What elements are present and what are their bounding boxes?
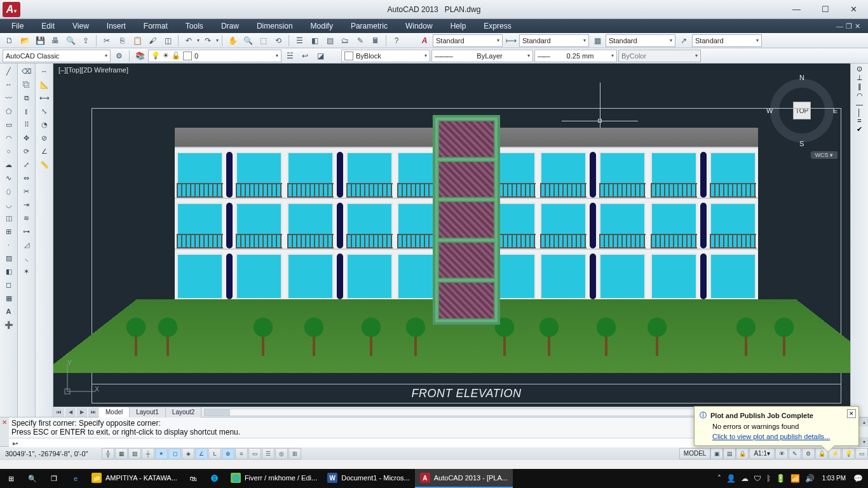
- mleaderstyle-dropdown[interactable]: Standard▾: [692, 34, 762, 47]
- dim-angular-icon[interactable]: ∠: [37, 145, 51, 158]
- arc-icon[interactable]: ◠: [2, 132, 16, 144]
- store-icon[interactable]: 🛍: [182, 469, 204, 488]
- app-menu-button[interactable]: A: [3, 2, 20, 17]
- markup-icon[interactable]: ✎: [353, 34, 367, 47]
- start-button[interactable]: ⊞: [0, 469, 22, 488]
- constraint-tangent-icon[interactable]: ◠: [857, 92, 863, 100]
- task-autocad[interactable]: AAutoCAD 2013 - [PLA...: [415, 469, 513, 488]
- menu-view[interactable]: View: [65, 20, 97, 32]
- dim-aligned-icon[interactable]: ⤡: [37, 105, 51, 118]
- workspace-switch-icon[interactable]: ⚙: [802, 448, 815, 459]
- pan-icon[interactable]: ✋: [226, 34, 240, 47]
- ellipsearc-icon[interactable]: ◡: [2, 198, 16, 211]
- annoscale-dropdown[interactable]: A 1:1 ▾: [749, 448, 775, 459]
- paste-icon[interactable]: 📋: [130, 34, 144, 47]
- layer-previous-icon[interactable]: ↩: [298, 50, 312, 62]
- join-icon[interactable]: ⊶: [20, 225, 34, 238]
- stretch-icon[interactable]: ⇔: [20, 172, 34, 184]
- search-icon[interactable]: 🔍: [22, 469, 43, 488]
- menu-format[interactable]: Format: [136, 20, 175, 32]
- dyn-button[interactable]: ⊕: [222, 448, 234, 459]
- tab-layout1[interactable]: Layout1: [130, 407, 166, 417]
- tablestyle-icon[interactable]: ▦: [590, 34, 604, 47]
- window-minimize[interactable]: —: [782, 0, 811, 19]
- tray-people-icon[interactable]: 👤: [726, 474, 736, 483]
- constraint-coincident-icon[interactable]: ⊙: [857, 65, 862, 73]
- fillet-icon[interactable]: ◟: [20, 252, 34, 264]
- matchprop-icon[interactable]: 🖌: [146, 34, 159, 47]
- circle-icon[interactable]: ○: [2, 145, 16, 158]
- tray-chevron-icon[interactable]: ˄: [717, 474, 721, 483]
- zoom-window-icon[interactable]: ⬚: [256, 34, 270, 47]
- constraint-horizontal-icon[interactable]: —: [856, 100, 863, 108]
- constraint-vertical-icon[interactable]: │: [857, 109, 862, 116]
- quickcalc-icon[interactable]: 🖩: [369, 34, 383, 47]
- makeblock-icon[interactable]: ⊞: [2, 225, 16, 238]
- properties-icon[interactable]: ☰: [292, 34, 306, 47]
- scale-icon[interactable]: ⤢: [20, 158, 34, 171]
- window-maximize[interactable]: ☐: [811, 0, 839, 19]
- autoscale-icon[interactable]: ✎: [789, 448, 801, 459]
- constraint-parallel-icon[interactable]: ∥: [858, 83, 862, 91]
- viewcube-north[interactable]: N: [799, 74, 804, 81]
- redo-icon[interactable]: ↷: [201, 34, 215, 47]
- skype-icon[interactable]: 🅢: [204, 469, 226, 488]
- tablestyle-dropdown[interactable]: Standard▾: [606, 34, 675, 47]
- menu-file[interactable]: File: [4, 20, 31, 32]
- tray-bluetooth-icon[interactable]: ᛒ: [766, 474, 771, 483]
- color-dropdown[interactable]: ByBlock▾: [341, 50, 430, 62]
- textstyle-icon[interactable]: A: [417, 34, 431, 47]
- qp-button[interactable]: ☰: [262, 448, 275, 459]
- annotation-visibility-icon[interactable]: 👁: [775, 448, 788, 459]
- ruler-icon[interactable]: 📏: [37, 158, 51, 171]
- 3dosnap-button[interactable]: ◈: [182, 448, 194, 459]
- cmd-scroll-up-icon[interactable]: ▴: [859, 417, 868, 426]
- layer-manager-icon[interactable]: 📚: [133, 50, 147, 62]
- task-explorer[interactable]: 📁AMPITIYA - KATAWA...: [86, 469, 182, 488]
- menu-window[interactable]: Window: [398, 20, 440, 32]
- task-fiverr[interactable]: 🌐Fiverr / rnkhome / Edi...: [226, 469, 322, 488]
- polar-button[interactable]: ✶: [155, 448, 168, 459]
- chamfer-icon[interactable]: ◿: [20, 238, 34, 251]
- osnap-button[interactable]: ◻: [168, 448, 181, 459]
- extend-icon[interactable]: ⇥: [20, 198, 34, 211]
- save-icon[interactable]: 💾: [33, 34, 47, 47]
- tray-defender-icon[interactable]: 🛡: [754, 474, 761, 483]
- workspace-settings-icon[interactable]: ⚙: [112, 50, 126, 62]
- spell-icon[interactable]: ✔: [857, 125, 862, 133]
- rotate-icon[interactable]: ⟳: [20, 145, 34, 158]
- polyline-icon[interactable]: 〰: [2, 92, 16, 104]
- measuregeom-icon[interactable]: 📐: [37, 78, 51, 91]
- addselected-icon[interactable]: ➕: [2, 318, 16, 331]
- mleaderstyle-icon[interactable]: ↗: [677, 34, 691, 47]
- ortho-button[interactable]: ┼: [142, 448, 154, 459]
- revcloud-icon[interactable]: ☁: [2, 158, 16, 171]
- sc-button[interactable]: ◎: [275, 448, 288, 459]
- workspace-dropdown[interactable]: AutoCAD Classic▾: [3, 50, 111, 62]
- lwt-button[interactable]: ≡: [235, 448, 248, 459]
- dim-linear-icon[interactable]: ⟷: [37, 92, 51, 104]
- constraint-perp-icon[interactable]: ⊥: [857, 74, 863, 82]
- tpy-button[interactable]: ▭: [248, 448, 261, 459]
- xline-icon[interactable]: ↔: [2, 78, 16, 91]
- grid-button[interactable]: ▨: [128, 448, 141, 459]
- menu-draw[interactable]: Draw: [214, 20, 247, 32]
- spline-icon[interactable]: ∿: [2, 172, 16, 184]
- toolpalettes-icon[interactable]: ▤: [323, 34, 337, 47]
- menu-parametric[interactable]: Parametric: [343, 20, 395, 32]
- dimstyle-icon[interactable]: ⟼: [504, 34, 518, 47]
- plot-icon[interactable]: 🖶: [48, 34, 62, 47]
- designcenter-icon[interactable]: ◧: [308, 34, 322, 47]
- command-close-icon[interactable]: ✕: [0, 417, 9, 446]
- layer-iso-icon[interactable]: ◪: [313, 50, 327, 62]
- explode-icon[interactable]: ✶: [20, 265, 34, 278]
- clean-screen-icon[interactable]: ▭: [855, 448, 868, 459]
- tray-clock[interactable]: 1:03 PM: [820, 475, 848, 482]
- menu-modify[interactable]: Modify: [303, 20, 341, 32]
- modelspace-button[interactable]: MODEL: [679, 448, 711, 459]
- tab-last-icon[interactable]: ⏭: [88, 408, 98, 417]
- region-icon[interactable]: ◻: [2, 278, 16, 291]
- hatch-icon[interactable]: ▨: [2, 252, 16, 264]
- copy-icon[interactable]: ⎘: [115, 34, 129, 47]
- sheetset-icon[interactable]: 🗂: [338, 34, 352, 47]
